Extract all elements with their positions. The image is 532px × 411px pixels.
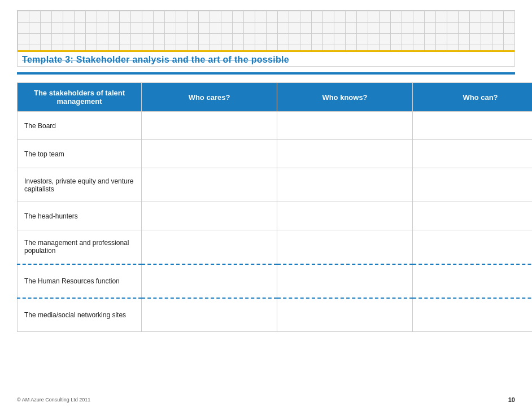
stakeholder-cell: The head-hunters — [18, 202, 142, 230]
who-cares-cell — [142, 298, 277, 332]
table-header-row: The stakeholders of talent management Wh… — [18, 83, 533, 112]
footer-copyright: © AM Azure Consulting Ltd 2011 — [17, 397, 90, 403]
who-can-cell — [413, 298, 533, 332]
who-knows-cell — [277, 112, 413, 140]
who-can-cell — [413, 202, 533, 230]
footer-page-number: 10 — [508, 396, 515, 403]
who-knows-cell — [277, 168, 413, 202]
col-header-who-can: Who can? — [413, 83, 533, 112]
header-title-bar: Template 3: Stakeholder analysis and the… — [18, 50, 514, 67]
main-table: The stakeholders of talent management Wh… — [17, 82, 532, 332]
stakeholder-cell: The Human Resources function — [18, 264, 142, 298]
col-header-stakeholder: The stakeholders of talent management — [18, 83, 142, 112]
who-knows-cell — [277, 230, 413, 264]
header-grid — [18, 11, 514, 50]
blue-accent-bar — [17, 72, 515, 75]
who-cares-cell — [142, 202, 277, 230]
stakeholder-cell: The Board — [18, 112, 142, 140]
who-knows-cell — [277, 140, 413, 168]
stakeholder-cell: Investors, private equity and venture ca… — [18, 168, 142, 202]
who-can-cell — [413, 168, 533, 202]
stakeholder-cell: The management and professional populati… — [18, 230, 142, 264]
col-header-who-cares: Who cares? — [142, 83, 277, 112]
who-can-cell — [413, 112, 533, 140]
who-knows-cell — [277, 264, 413, 298]
table-row: Investors, private equity and venture ca… — [18, 168, 533, 202]
header-graphic: Template 3: Stakeholder analysis and the… — [17, 10, 515, 67]
stakeholder-cell: The media/social networking sites — [18, 298, 142, 332]
table-row: The Human Resources function — [18, 264, 533, 298]
table-row: The head-hunters — [18, 202, 533, 230]
who-can-cell — [413, 230, 533, 264]
table-row: The media/social networking sites — [18, 298, 533, 332]
header-title: Template 3: Stakeholder analysis and the… — [22, 55, 289, 65]
table-row: The Board — [18, 112, 533, 140]
page-footer: © AM Azure Consulting Ltd 2011 10 — [17, 396, 515, 403]
table-row: The management and professional populati… — [18, 230, 533, 264]
who-knows-cell — [277, 202, 413, 230]
who-knows-cell — [277, 298, 413, 332]
table-row: The top team — [18, 140, 533, 168]
who-cares-cell — [142, 230, 277, 264]
who-cares-cell — [142, 264, 277, 298]
stakeholder-cell: The top team — [18, 140, 142, 168]
who-cares-cell — [142, 168, 277, 202]
who-cares-cell — [142, 112, 277, 140]
who-can-cell — [413, 140, 533, 168]
col-header-who-knows: Who knows? — [277, 83, 413, 112]
who-cares-cell — [142, 140, 277, 168]
who-can-cell — [413, 264, 533, 298]
page-container: Template 3: Stakeholder analysis and the… — [0, 0, 532, 411]
